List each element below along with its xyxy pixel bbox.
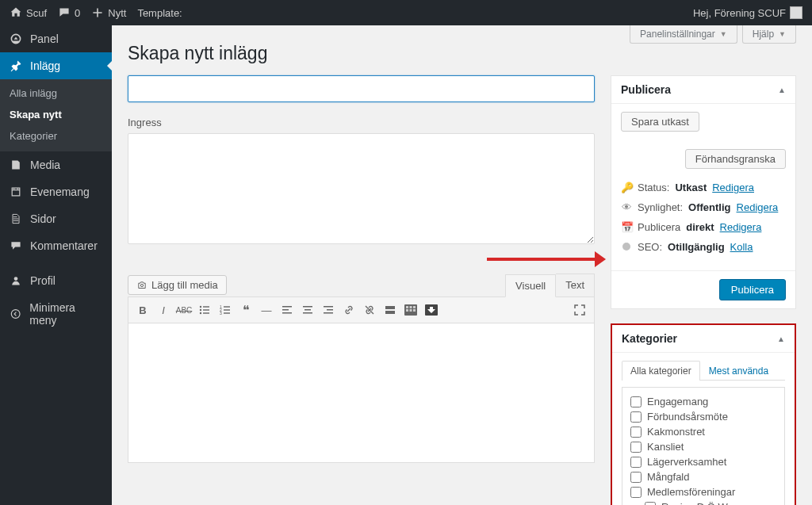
sidebar-label-profile: Profil — [30, 274, 56, 287]
align-left-button[interactable] — [278, 301, 297, 319]
align-right-button[interactable] — [319, 301, 338, 319]
align-center-button[interactable] — [298, 301, 317, 319]
sidebar-item-media[interactable]: Media — [0, 151, 112, 178]
comments-icon — [10, 239, 22, 252]
seo-status-icon — [622, 243, 630, 251]
post-title-input[interactable] — [128, 75, 595, 102]
cat-checkbox[interactable] — [630, 457, 642, 468]
dashboard-icon — [10, 33, 22, 45]
adminbar-template-label: Template: — [137, 7, 182, 19]
unlink-button[interactable] — [360, 301, 379, 319]
cat-checkbox[interactable] — [630, 487, 642, 498]
key-icon: 🔑 — [621, 182, 632, 193]
hr-button[interactable]: — — [257, 301, 276, 319]
schedule-edit-link[interactable]: Redigera — [720, 221, 762, 233]
categories-toggle[interactable]: ▲ — [777, 335, 785, 343]
seo-check-link[interactable]: Kolla — [730, 241, 753, 253]
admin-bar: Scuf 0 Nytt Template: Hej, Förening SCUF — [0, 0, 812, 25]
sidebar-item-events[interactable]: Evenemang — [0, 178, 112, 205]
fullscreen-button[interactable] — [570, 301, 589, 319]
sidebar-item-posts[interactable]: Inlägg — [0, 52, 112, 79]
more-button[interactable] — [381, 301, 400, 319]
cat-checkbox[interactable] — [630, 396, 642, 407]
adminbar-site-name: Scuf — [26, 7, 47, 19]
svg-rect-28 — [413, 306, 416, 308]
svg-rect-27 — [410, 306, 412, 308]
annotation-arrow — [487, 251, 606, 267]
svg-rect-3 — [203, 306, 209, 307]
bullet-list-button[interactable] — [195, 301, 214, 319]
svg-rect-7 — [203, 312, 209, 313]
sidebar-item-collapse[interactable]: Minimera meny — [0, 294, 112, 334]
adminbar-new[interactable]: Nytt — [91, 6, 126, 19]
adminbar-template[interactable]: Template: — [137, 7, 182, 19]
svg-rect-26 — [406, 306, 408, 308]
publish-metabox: Publicera ▲ Spara utkast Förhandsgranska… — [611, 75, 796, 309]
cat-checkbox[interactable] — [630, 442, 642, 453]
ingress-label: Ingress — [128, 117, 595, 128]
categories-title: Kategorier — [622, 332, 677, 345]
sidebar-item-profile[interactable]: Profil — [0, 267, 112, 294]
help-button[interactable]: Hjälp▼ — [742, 25, 796, 44]
adminbar-greeting-text: Hej, Förening SCUF — [693, 7, 786, 19]
eye-icon: 👁 — [621, 201, 632, 213]
preview-button[interactable]: Förhandsgranska — [685, 149, 786, 169]
link-button[interactable] — [339, 301, 358, 319]
sidebar-sub-categories[interactable]: Kategorier — [0, 125, 112, 147]
sidebar-label-pages: Sidor — [30, 212, 56, 225]
svg-rect-11 — [224, 309, 230, 310]
visibility-edit-link[interactable]: Redigera — [737, 201, 779, 213]
tab-text[interactable]: Text — [556, 274, 595, 296]
chevron-down-icon: ▼ — [720, 30, 727, 38]
admin-sidebar: Panel Inlägg Alla inlägg Skapa nytt Kate… — [0, 25, 112, 505]
sidebar-label-panel: Panel — [30, 33, 59, 45]
svg-rect-29 — [406, 309, 408, 312]
add-media-button[interactable]: Lägg till media — [128, 275, 227, 295]
sidebar-item-pages[interactable]: Sidor — [0, 205, 112, 232]
cat-checkbox[interactable] — [645, 502, 656, 506]
publish-button[interactable]: Publicera — [719, 279, 786, 300]
svg-rect-16 — [282, 312, 292, 314]
status-edit-link[interactable]: Redigera — [712, 182, 754, 193]
save-draft-button[interactable]: Spara utkast — [621, 112, 699, 132]
ingress-textarea[interactable] — [128, 133, 595, 244]
cat-checkbox[interactable] — [630, 472, 642, 483]
svg-rect-24 — [385, 311, 395, 314]
svg-rect-9 — [224, 306, 230, 307]
svg-rect-14 — [282, 306, 292, 308]
svg-text:3: 3 — [220, 311, 222, 316]
adminbar-comments[interactable]: 0 — [58, 6, 80, 19]
cat-tab-all[interactable]: Alla kategorier — [622, 361, 700, 381]
adminbar-greeting[interactable]: Hej, Förening SCUF — [693, 6, 802, 19]
sidebar-item-panel[interactable]: Panel — [0, 25, 112, 52]
sidebar-label-events: Evenemang — [30, 186, 90, 198]
sidebar-submenu-posts: Alla inlägg Skapa nytt Kategorier — [0, 79, 112, 151]
calendar-small-icon: 📅 — [621, 221, 632, 233]
sidebar-item-comments[interactable]: Kommentarer — [0, 232, 112, 259]
cat-tab-most[interactable]: Mest använda — [700, 361, 777, 381]
sidebar-sub-all-posts[interactable]: Alla inlägg — [0, 82, 112, 104]
sidebar-label-comments: Kommentarer — [30, 239, 98, 252]
sidebar-sub-create[interactable]: Skapa nytt — [0, 104, 112, 125]
editor-content[interactable] — [128, 323, 595, 463]
italic-button[interactable]: I — [154, 301, 173, 319]
avatar-icon — [790, 6, 802, 19]
toolbar-toggle-button[interactable] — [401, 301, 420, 319]
insert-template-button[interactable] — [422, 301, 441, 319]
publish-toggle[interactable]: ▲ — [778, 86, 786, 94]
screen-options-button[interactable]: Panelinställningar▼ — [630, 25, 737, 44]
svg-rect-18 — [304, 309, 311, 311]
bold-button[interactable]: B — [133, 301, 152, 319]
svg-rect-20 — [324, 306, 333, 308]
page-title: Skapa nytt inlägg — [128, 43, 796, 64]
plus-icon — [91, 6, 104, 19]
tab-visual[interactable]: Visuell — [505, 274, 556, 297]
adminbar-site[interactable]: Scuf — [10, 6, 47, 19]
calendar-icon — [10, 186, 22, 198]
blockquote-button[interactable]: ❝ — [236, 301, 255, 319]
ordered-list-button[interactable]: 123 — [216, 301, 235, 319]
strikethrough-button[interactable]: ABC — [174, 301, 193, 319]
cat-checkbox[interactable] — [630, 411, 642, 423]
user-icon — [10, 274, 22, 287]
cat-checkbox[interactable] — [630, 427, 642, 438]
